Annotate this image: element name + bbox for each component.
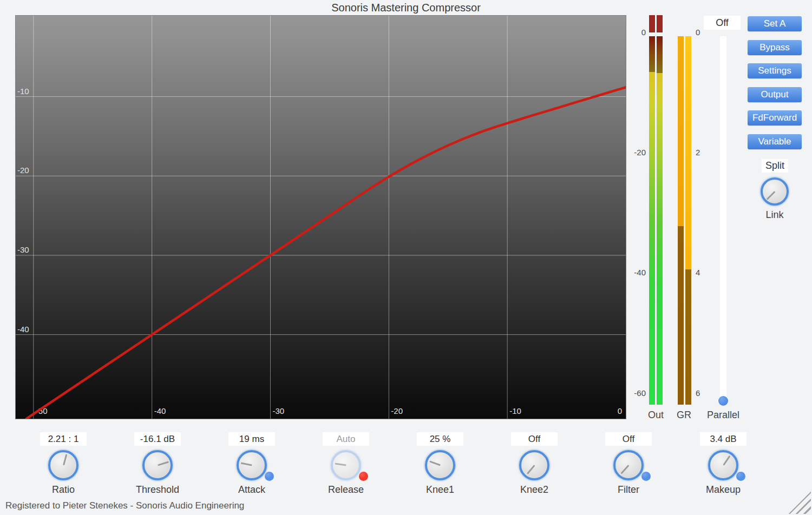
svg-text:-40: -40 [154,406,166,415]
ratio-knob-pointer [63,454,67,465]
svg-text:-30: -30 [272,406,284,415]
knee1-knob[interactable] [425,450,455,480]
attack-control: 19 ms Attack [214,432,290,497]
parallel-slider-thumb[interactable] [718,396,728,406]
split-mode-label[interactable]: Split [762,159,788,173]
makeup-knob-pointer [723,455,730,466]
threshold-knob-pointer [158,461,169,466]
out-scale-tick: -60 [621,388,646,398]
ratio-value-box[interactable]: 2.21 : 1 [40,432,87,446]
out-clip-indicator-right [657,15,663,32]
filter-knob[interactable] [613,450,644,480]
svg-text:-20: -20 [391,406,403,415]
transfer-graph: -50-40-30-20-100-10-20-30-40 [15,15,626,419]
release-label: Release [308,484,384,496]
svg-text:0: 0 [618,406,622,415]
out-scale-tick: -40 [621,268,646,278]
fdforward-button[interactable]: FdForward [748,110,802,126]
knee1-knob-pointer [429,460,441,466]
ratio-control: 2.21 : 1 Ratio [25,432,101,497]
link-knob[interactable] [761,177,789,206]
gr-meter-bar-left [678,36,684,405]
makeup-label: Makeup [685,484,761,496]
out-meter-bar-left [649,36,655,405]
threshold-label: Threshold [120,484,195,496]
knee2-value-box[interactable]: Off [511,432,558,446]
knee1-control: 25 % Knee1 [402,432,478,497]
out-scale-tick: -20 [621,148,646,157]
registration-text: Registered to Pieter Stenekes - Sonoris … [5,500,244,511]
threshold-value-box[interactable]: -16.1 dB [134,432,181,446]
makeup-status-dot [736,472,745,481]
makeup-knob[interactable] [708,450,738,480]
filter-value-box[interactable]: Off [605,432,652,446]
svg-text:-10: -10 [509,406,521,415]
knee1-label: Knee1 [402,484,478,496]
link-knob-pointer [766,191,775,200]
filter-control: Off Filter [591,432,666,497]
threshold-knob[interactable] [142,450,173,480]
ratio-knob[interactable] [48,450,78,480]
knee1-value-box[interactable]: 25 % [417,432,463,446]
svg-text:-10: -10 [17,87,29,96]
gr-meter-label: GR [667,410,700,421]
parallel-slider-track[interactable] [720,36,726,405]
attack-value-box[interactable]: 19 ms [228,432,275,446]
filter-label: Filter [591,484,666,496]
resize-grip[interactable] [786,489,811,514]
variable-button[interactable]: Variable [748,134,802,149]
out-meter-bar-right [657,36,663,405]
output-button[interactable]: Output [748,87,802,102]
svg-text:-30: -30 [17,245,29,254]
gr-meter-bar-right [685,36,691,405]
plugin-window: Sonoris Mastering Compressor -50-40-30-2… [0,0,812,515]
out-scale-tick: 0 [621,28,646,37]
ratio-label: Ratio [25,484,101,496]
attack-knob[interactable] [237,450,267,480]
knee2-knob[interactable] [519,450,549,480]
svg-text:-20: -20 [17,166,29,175]
threshold-control: -16.1 dB Threshold [120,432,195,497]
out-clip-indicator-left [649,15,655,32]
gr-scale-tick: 2 [696,148,717,157]
attack-status-dot [265,472,274,481]
attack-label: Attack [214,484,290,496]
knee2-label: Knee2 [496,484,572,496]
settings-button[interactable]: Settings [748,63,802,78]
filter-knob-pointer [620,465,629,474]
attack-knob-pointer [240,463,252,466]
svg-text:-40: -40 [17,325,29,334]
knee2-control: Off Knee2 [496,432,572,497]
bypass-button[interactable]: Bypass [748,40,802,55]
parallel-slider-label: Parallel [702,410,745,421]
filter-status-dot [641,472,651,481]
window-title: Sonoris Mastering Compressor [0,2,812,14]
release-knob-pointer [335,463,346,466]
knee2-knob-pointer [526,465,535,474]
link-knob-label: Link [756,209,794,221]
gr-scale-tick: 0 [696,28,717,37]
set-a-button[interactable]: Set A [748,16,802,31]
release-knob[interactable] [331,450,361,480]
release-value-box[interactable]: Auto [323,432,369,446]
release-status-dot [359,472,368,481]
transfer-curve-svg: -50-40-30-20-100-10-20-30-40 [16,16,626,419]
gr-scale-tick: 4 [696,268,717,278]
makeup-control: 3.4 dB Makeup [685,432,761,497]
release-control: Auto Release [308,432,384,497]
gr-scale-tick: 6 [696,388,717,398]
makeup-value-box[interactable]: 3.4 dB [700,432,746,446]
